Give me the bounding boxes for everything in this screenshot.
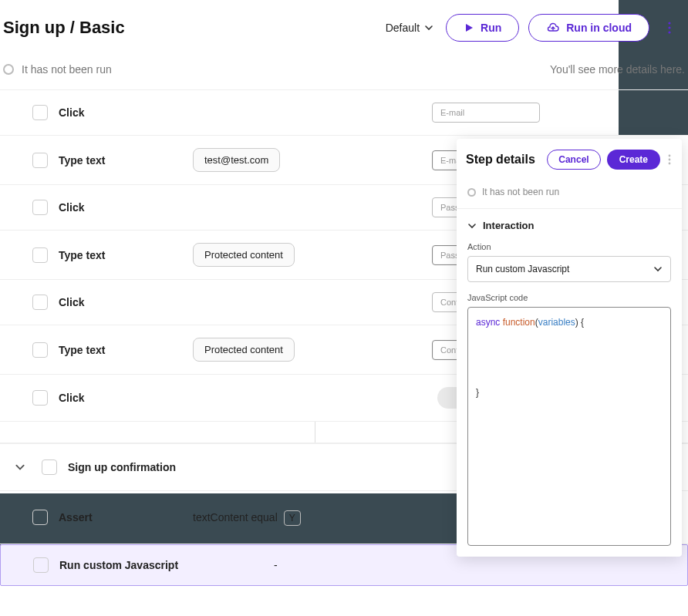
run-in-cloud-button[interactable]: Run in cloud	[528, 14, 649, 42]
step-checkbox[interactable]	[32, 153, 48, 168]
step-details-panel: Step details Cancel Create It has not be…	[457, 139, 682, 557]
page-header: Sign up / Basic Default Run Run in cloud	[0, 0, 688, 56]
status-indicator-icon	[3, 64, 14, 75]
section-toggle[interactable]: Interaction	[467, 220, 671, 231]
kebab-icon	[668, 22, 671, 34]
step-action-label: Run custom Javascript	[59, 559, 178, 571]
interaction-section: Interaction Action Run custom Javascript…	[457, 208, 682, 557]
svg-point-4	[669, 155, 671, 157]
step-checkbox[interactable]	[32, 105, 48, 120]
status-bar: It has not been run You'll see more deta…	[0, 56, 688, 90]
step-checkbox[interactable]	[32, 510, 48, 525]
assert-value-box: Y	[284, 510, 301, 526]
step-checkbox[interactable]	[32, 295, 48, 310]
run-button-label: Run	[481, 22, 501, 34]
step-value-pill: Protected content	[193, 338, 295, 362]
assert-condition: textContent equal Y	[193, 511, 301, 523]
code-field-label: JavaScript code	[467, 293, 671, 302]
chevron-down-icon	[14, 462, 26, 473]
step-action-label: Click	[59, 296, 182, 308]
svg-point-6	[669, 163, 671, 165]
panel-status: It has not been run	[457, 180, 682, 208]
step-checkbox[interactable]	[32, 247, 48, 263]
status-text: It has not been run	[22, 63, 112, 76]
variant-dropdown[interactable]: Default	[383, 17, 437, 39]
header-more-menu[interactable]	[659, 17, 680, 39]
svg-point-5	[669, 159, 671, 161]
chevron-down-icon	[467, 221, 477, 231]
panel-status-text: It has not been run	[482, 187, 559, 197]
step-checkbox[interactable]	[32, 390, 48, 406]
step-row[interactable]: Click E-mail	[0, 90, 688, 136]
variant-dropdown-label: Default	[386, 22, 420, 34]
cancel-button[interactable]: Cancel	[547, 150, 600, 170]
group-title: Sign up confirmation	[68, 461, 176, 473]
step-checkbox[interactable]	[33, 557, 49, 573]
section-title: Interaction	[483, 220, 534, 231]
svg-point-0	[668, 22, 670, 24]
javascript-code-editor[interactable]: async function(variables) { }	[467, 307, 671, 546]
status-hint: You'll see more details here.	[550, 63, 685, 76]
action-select[interactable]: Run custom Javascript	[467, 256, 671, 282]
chevron-down-icon	[424, 23, 433, 32]
action-field-label: Action	[467, 242, 671, 251]
status-indicator-icon	[467, 188, 476, 197]
step-action-label: Assert	[59, 511, 182, 523]
run-button[interactable]: Run	[446, 14, 519, 42]
group-checkbox[interactable]	[42, 459, 57, 475]
step-action-label: Type text	[59, 154, 182, 167]
create-button[interactable]: Create	[607, 150, 660, 170]
panel-more-menu[interactable]	[666, 154, 673, 165]
step-value-pill: Protected content	[193, 243, 295, 267]
cloud-icon	[546, 22, 560, 33]
play-icon	[464, 22, 474, 33]
step-value: -	[274, 559, 278, 571]
kebab-icon	[668, 154, 671, 165]
svg-point-1	[668, 26, 670, 29]
chevron-down-icon	[653, 264, 663, 274]
step-action-label: Type text	[59, 344, 182, 356]
action-select-value: Run custom Javascript	[476, 264, 569, 274]
step-target-preview: E-mail	[432, 103, 540, 123]
step-action-label: Click	[59, 392, 182, 404]
step-action-label: Click	[59, 106, 182, 119]
panel-title: Step details	[466, 153, 535, 167]
step-checkbox[interactable]	[32, 200, 48, 215]
step-action-label: Type text	[59, 249, 182, 261]
step-checkbox[interactable]	[32, 342, 48, 358]
step-value-pill: test@test.com	[193, 148, 280, 172]
page-title: Sign up / Basic	[3, 18, 125, 38]
step-action-label: Click	[59, 201, 182, 214]
run-in-cloud-label: Run in cloud	[566, 22, 632, 34]
svg-point-2	[668, 31, 670, 33]
